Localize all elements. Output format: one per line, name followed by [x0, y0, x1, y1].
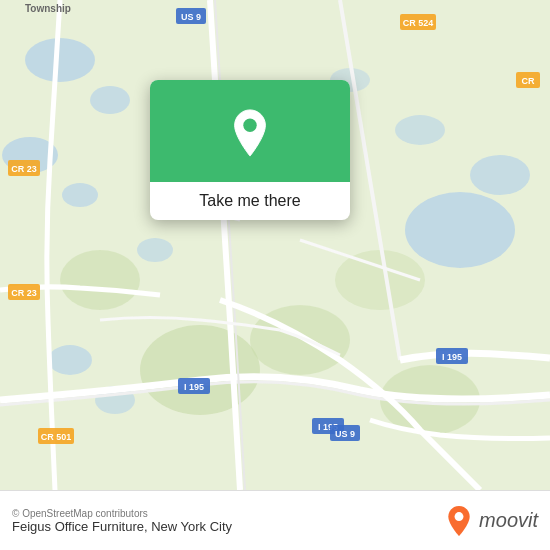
- svg-text:CR 501: CR 501: [41, 432, 72, 442]
- svg-text:CR 524: CR 524: [403, 18, 434, 28]
- svg-text:CR 23: CR 23: [11, 164, 37, 174]
- svg-text:CR: CR: [522, 76, 535, 86]
- bottom-info: © OpenStreetMap contributors Feigus Offi…: [12, 508, 232, 534]
- svg-point-6: [470, 155, 530, 195]
- svg-point-1: [25, 38, 95, 82]
- svg-point-7: [137, 238, 173, 262]
- svg-text:US 9: US 9: [181, 12, 201, 22]
- svg-point-2: [90, 86, 130, 114]
- svg-point-38: [243, 119, 256, 132]
- place-name: Feigus Office Furniture, New York City: [12, 519, 232, 534]
- take-me-there-label[interactable]: Take me there: [183, 182, 316, 220]
- svg-point-4: [62, 183, 98, 207]
- svg-text:I 195: I 195: [184, 382, 204, 392]
- svg-text:Township: Township: [25, 3, 71, 14]
- svg-text:US 9: US 9: [335, 429, 355, 439]
- svg-point-39: [455, 512, 464, 521]
- svg-point-5: [405, 192, 515, 268]
- map-area: US 9 CR 23 CR 23 CR 524 I 195 I 195 I 19…: [0, 0, 550, 490]
- svg-point-8: [395, 115, 445, 145]
- copyright-text: © OpenStreetMap contributors: [12, 508, 232, 519]
- svg-point-15: [335, 250, 425, 310]
- bottom-bar: © OpenStreetMap contributors Feigus Offi…: [0, 490, 550, 550]
- moovit-pin-icon: [445, 505, 473, 537]
- location-pin-icon: [228, 108, 272, 158]
- moovit-logo: moovit: [445, 505, 538, 537]
- svg-point-12: [140, 325, 260, 415]
- svg-text:CR 23: CR 23: [11, 288, 37, 298]
- location-card[interactable]: Take me there: [150, 80, 350, 220]
- moovit-text: moovit: [479, 509, 538, 532]
- card-header: [150, 80, 350, 182]
- svg-text:I 195: I 195: [442, 352, 462, 362]
- svg-point-10: [48, 345, 92, 375]
- svg-point-14: [60, 250, 140, 310]
